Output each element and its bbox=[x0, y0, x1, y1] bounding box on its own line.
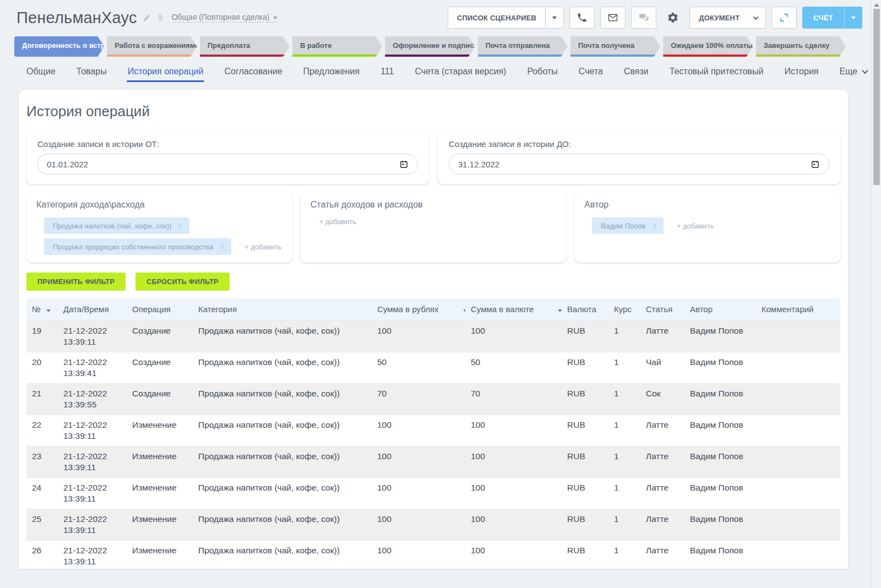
chat-bubbles-icon bbox=[638, 12, 650, 23]
tab-more-button[interactable]: Еще bbox=[840, 67, 868, 77]
reset-filter-button[interactable]: СБРОСИТЬ ФИЛЬТР bbox=[135, 273, 230, 291]
topbar: ПенельманХаус Общая (Повторная сделка) С… bbox=[4, 0, 871, 29]
cell-rate: 1 bbox=[608, 446, 640, 477]
add-article-link[interactable]: + добавить bbox=[319, 217, 356, 226]
cell-sum-currency: 100 bbox=[465, 415, 562, 446]
column-header-num[interactable]: № bbox=[26, 298, 58, 320]
settings-button[interactable] bbox=[662, 7, 684, 29]
document-button[interactable]: ДОКУМЕНТ bbox=[689, 7, 766, 29]
tab[interactable]: История bbox=[784, 67, 818, 77]
scrollbar-thumb[interactable] bbox=[873, 9, 880, 185]
cell-rate: 1 bbox=[608, 540, 640, 569]
add-author-link[interactable]: + добавить bbox=[677, 222, 714, 230]
cell-category: Продажа напитков (чай, кофе, сок)) bbox=[193, 352, 372, 383]
cell-sum-rub: 70 bbox=[372, 383, 465, 415]
attachment-icon[interactable] bbox=[156, 14, 164, 22]
date-from-input[interactable]: 01.01.2022 bbox=[37, 154, 418, 175]
date-to-value: 31.12.2022 bbox=[458, 160, 499, 169]
table-row[interactable]: 25 21-12-2022 13:39:11 Изменение Продажа… bbox=[26, 509, 840, 540]
tab[interactable]: Общие bbox=[26, 67, 56, 77]
tab[interactable]: Согласование bbox=[224, 67, 282, 77]
cell-num: 23 bbox=[26, 446, 58, 477]
tab[interactable]: Счета bbox=[579, 67, 603, 77]
pipeline-stage-color-bar bbox=[663, 55, 753, 57]
pipeline-stage[interactable]: Почта отправлена bbox=[478, 36, 568, 57]
chat-button[interactable] bbox=[631, 7, 656, 29]
apply-filter-button[interactable]: ПРИМЕНИТЬ ФИЛЬТР bbox=[26, 273, 126, 291]
column-header-comment[interactable]: Комментарий bbox=[756, 298, 840, 320]
pipeline-stage[interactable]: Завершить сделку bbox=[756, 36, 846, 57]
table-row[interactable]: 22 21-12-2022 13:39:11 Изменение Продажа… bbox=[26, 415, 840, 446]
pipeline-stage[interactable]: Почта получена bbox=[570, 36, 660, 57]
table-row[interactable]: 21 21-12-2022 13:39:55 Создание Продажа … bbox=[26, 383, 840, 415]
deal-page: ПенельманХаус Общая (Повторная сделка) С… bbox=[4, 0, 871, 569]
pipeline-stage[interactable]: Предоплата bbox=[200, 36, 290, 57]
tab[interactable]: Связи bbox=[624, 67, 649, 77]
email-button[interactable] bbox=[600, 7, 626, 29]
deal-category-link[interactable]: Общая (Повторная сделка) bbox=[172, 13, 278, 23]
filter-chip[interactable]: Продажа напитков (чай, кофе, сок)) X bbox=[44, 217, 189, 234]
table-row[interactable]: 26 21-12-2022 13:39:11 Изменение Продажа… bbox=[26, 540, 840, 569]
chip-remove-icon[interactable]: X bbox=[220, 243, 225, 251]
cell-article: Латте bbox=[640, 446, 684, 477]
pipeline-stage[interactable]: Договоренность о встр... bbox=[14, 36, 104, 57]
cell-datetime: 21-12-2022 13:39:11 bbox=[58, 320, 127, 352]
calendar-icon[interactable] bbox=[811, 160, 820, 169]
column-header-author[interactable]: Автор bbox=[684, 298, 756, 320]
cell-author: Вадим Попов bbox=[684, 477, 756, 509]
pipeline-stage[interactable]: Оформление и подпис... bbox=[385, 36, 475, 57]
column-header-rate[interactable]: Курс bbox=[608, 298, 640, 320]
cell-rate: 1 bbox=[608, 320, 640, 352]
invoice-dropdown-toggle[interactable] bbox=[845, 17, 862, 19]
caret-down-icon bbox=[851, 17, 856, 19]
column-header-datetime[interactable]: Дата/Время bbox=[58, 298, 127, 320]
sort-caret-icon[interactable] bbox=[46, 309, 51, 312]
scrollbar-up-arrow-icon[interactable] bbox=[874, 3, 879, 7]
cell-rate: 1 bbox=[608, 477, 640, 509]
table-row[interactable]: 19 21-12-2022 13:39:11 Создание Продажа … bbox=[26, 320, 840, 352]
invoice-button[interactable]: СЧЁТ bbox=[802, 7, 862, 29]
date-to-input[interactable]: 31.12.2022 bbox=[449, 154, 829, 175]
sort-caret-icon[interactable] bbox=[463, 309, 465, 312]
pipeline-stage-color-bar bbox=[107, 55, 197, 57]
tab[interactable]: Тестовый притестовый bbox=[670, 67, 764, 77]
chip-remove-icon[interactable]: X bbox=[652, 222, 657, 230]
cell-comment bbox=[756, 415, 840, 446]
call-button[interactable] bbox=[569, 7, 595, 29]
cell-category: Продажа напитков (чай, кофе, сок)) bbox=[193, 320, 372, 352]
pipeline-stage[interactable]: Ожидаем 100% оплаты bbox=[663, 36, 753, 57]
pipeline-stage-label: Оформление и подпис... bbox=[393, 41, 475, 50]
column-header-sum-rub[interactable]: Сумма в рублях bbox=[372, 298, 465, 320]
column-header-article[interactable]: Статья bbox=[640, 298, 684, 320]
table-row[interactable]: 23 21-12-2022 13:39:11 Изменение Продажа… bbox=[26, 446, 840, 477]
column-header-currency[interactable]: Валюта bbox=[562, 298, 608, 320]
tab[interactable]: Товары bbox=[77, 67, 107, 77]
pipeline-stage[interactable]: Работа с возражениями... bbox=[107, 36, 197, 57]
tab-label: Тестовый притестовый bbox=[670, 67, 764, 76]
chip-remove-icon[interactable]: X bbox=[178, 222, 183, 230]
scenarios-button[interactable]: СПИСОК СЦЕНАРИЕВ bbox=[448, 7, 564, 29]
tab[interactable]: История операций bbox=[128, 67, 204, 77]
pipeline-stage[interactable]: В работе bbox=[292, 36, 382, 57]
tab[interactable]: Счета (старая версия) bbox=[415, 67, 506, 77]
edit-title-icon[interactable] bbox=[143, 14, 151, 22]
add-category-link[interactable]: + добавить bbox=[244, 243, 281, 251]
open-slider-button[interactable] bbox=[771, 7, 797, 29]
cell-datetime: 21-12-2022 13:39:11 bbox=[58, 446, 127, 477]
table-row[interactable]: 24 21-12-2022 13:39:11 Изменение Продажа… bbox=[26, 477, 840, 509]
filter-chip[interactable]: Продажа продукции собственного производс… bbox=[44, 238, 231, 255]
calendar-icon[interactable] bbox=[399, 160, 409, 169]
cell-sum-currency: 100 bbox=[465, 509, 562, 540]
cell-num: 24 bbox=[26, 477, 58, 509]
scenarios-dropdown-toggle[interactable] bbox=[546, 17, 563, 19]
tab[interactable]: 111 bbox=[380, 67, 394, 77]
tab[interactable]: Роботы bbox=[527, 67, 557, 77]
table-row[interactable]: 20 21-12-2022 13:39:41 Создание Продажа … bbox=[26, 352, 840, 383]
sort-caret-icon[interactable] bbox=[558, 309, 562, 312]
column-header-sum-currency[interactable]: Сумма в валюте bbox=[465, 298, 562, 320]
filter-chip[interactable]: Вадим Попов X bbox=[592, 217, 664, 234]
column-header-category[interactable]: Категория bbox=[193, 298, 372, 320]
column-header-operation[interactable]: Операция bbox=[127, 298, 193, 320]
vertical-scrollbar[interactable] bbox=[871, 0, 881, 588]
tab[interactable]: Предложения bbox=[303, 67, 360, 77]
